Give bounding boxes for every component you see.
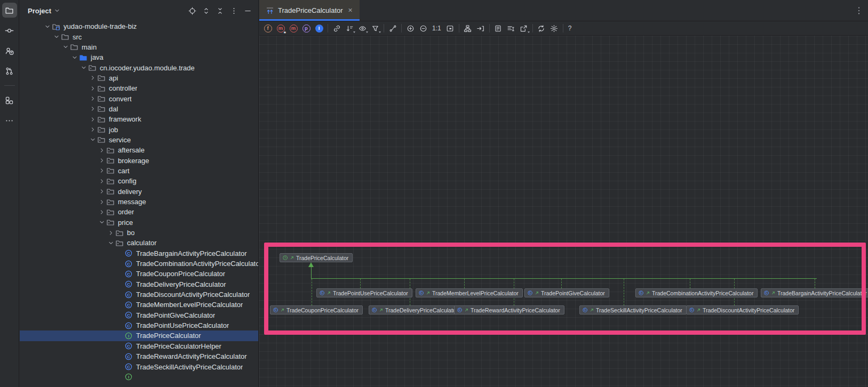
tree-item-tradecombinationactivitypricecalculator[interactable]: CTradeCombinationActivityPriceCalculator [20, 259, 259, 269]
zoom-out-button[interactable] [417, 22, 429, 34]
apply-layout-button[interactable] [461, 22, 474, 34]
tree-item-dal[interactable]: dal [20, 104, 259, 114]
copy-diagram-button[interactable] [492, 22, 505, 34]
chevron-down-icon[interactable] [79, 64, 88, 71]
sidebar-tool-more[interactable] [2, 113, 17, 128]
tree-item-cart[interactable]: cart [20, 166, 259, 176]
tab-trade-price-calculator[interactable]: TradePriceCalculator × [259, 0, 360, 21]
sidebar-tool-structure[interactable] [2, 93, 17, 108]
chevron-down-icon[interactable] [70, 54, 79, 61]
chevron-down-icon[interactable] [107, 239, 115, 247]
visibility-level-button[interactable] [356, 22, 369, 34]
tree-item-calculator[interactable]: calculator [20, 238, 259, 248]
diagram-node-tradepointusepricecalculator[interactable]: CTradePointUsePriceCalculator [316, 288, 412, 297]
chevron-right-icon[interactable] [98, 188, 106, 195]
edge-mode-button[interactable] [386, 22, 399, 34]
tree-item-service[interactable]: service [20, 135, 259, 145]
show-inner-classes-button[interactable]: I [313, 22, 325, 34]
expand-all-button[interactable] [200, 4, 212, 17]
tree-item-src[interactable]: src [20, 31, 259, 42]
tree-item-main[interactable]: main [20, 42, 259, 52]
tree-item-traderewardactivitypricecalculator[interactable]: CTradeRewardActivityPriceCalculator [20, 351, 259, 361]
diagram-node-tradedeliverypricecalculator[interactable]: CTradeDeliveryPriceCalculator [369, 305, 462, 315]
filter-button[interactable] [369, 22, 381, 34]
tree-item-java[interactable]: java [20, 52, 259, 62]
panel-title[interactable]: Project [28, 7, 51, 15]
fit-content-button[interactable] [444, 22, 457, 34]
show-constructors-button[interactable]: m★ [274, 22, 287, 34]
tree-item-config[interactable]: config [20, 176, 259, 186]
tree-item-tradediscountactivitypricecalculator[interactable]: CTradeDiscountActivityPriceCalculator [20, 289, 259, 300]
tree-item-order[interactable]: order [20, 207, 259, 217]
tree-item-tradedeliverypricecalculator[interactable]: CTradeDeliveryPriceCalculator [20, 279, 259, 289]
hide-panel-button[interactable] [241, 4, 254, 17]
panel-options-button[interactable] [227, 4, 240, 17]
chevron-right-icon[interactable] [98, 208, 106, 216]
tree-item-api[interactable]: api [20, 73, 259, 83]
tree-item-cn-iocoder-yudao-module-trade[interactable]: cn.iocoder.yudao.module.trade [20, 62, 259, 72]
chevron-down-icon[interactable] [89, 136, 97, 143]
chevron-right-icon[interactable] [98, 157, 106, 164]
help-button[interactable]: ? [566, 22, 575, 34]
diagram-node-tradediscountactivitypricecalculator[interactable]: CTradeDiscountActivityPriceCalculator [686, 305, 799, 315]
chevron-down-icon[interactable] [52, 33, 61, 41]
diagram-node-tradepointgivecalculator[interactable]: CTradePointGiveCalculator [524, 288, 609, 297]
sort-nodes-button[interactable] [343, 22, 356, 34]
chevron-right-icon[interactable] [89, 74, 97, 82]
export-diagram-button[interactable] [517, 22, 530, 34]
diagram-node-tradeseckillactivitypricecalculator[interactable]: CTradeSeckillActivityPriceCalculator [579, 305, 687, 315]
scroll-to-node-button[interactable] [474, 22, 487, 34]
sidebar-tool-commit[interactable] [2, 23, 17, 38]
diagram-canvas[interactable]: ITradePriceCalculatorCTradePointUsePrice… [259, 36, 868, 387]
collapse-all-button[interactable] [213, 4, 226, 17]
editor-options-kebab-icon[interactable] [854, 6, 864, 15]
zoom-in-button[interactable] [404, 22, 417, 34]
sidebar-tool-pull-requests[interactable] [2, 63, 17, 78]
sidebar-tool-collaboration[interactable] [2, 43, 17, 58]
edge-labels-button[interactable] [505, 22, 517, 34]
tree-item-delivery[interactable]: delivery [20, 187, 259, 197]
chevron-right-icon[interactable] [89, 95, 97, 102]
tree-item-partial-item[interactable]: I [20, 372, 259, 382]
show-properties-button[interactable]: p [300, 22, 313, 34]
chevron-right-icon[interactable] [89, 126, 97, 133]
tree-item-yudao-module-trade-biz[interactable]: yudao-module-trade-biz [20, 21, 259, 31]
diagram-node-tradecombinationactivitypricecalculator[interactable]: CTradeCombinationActivityPriceCalculator [635, 288, 758, 297]
tree-item-convert[interactable]: convert [20, 93, 259, 103]
tree-item-tradepointusepricecalculator[interactable]: CTradePointUsePriceCalculator [20, 320, 259, 330]
tree-item-message[interactable]: message [20, 197, 259, 207]
diagram-node-traderewardactivitypricecalculator[interactable]: CTradeRewardActivityPriceCalculator [454, 305, 564, 315]
tree-item-tradecouponpricecalculator[interactable]: CTradeCouponPriceCalculator [20, 269, 259, 279]
show-methods-button[interactable]: m [287, 22, 300, 34]
refresh-data-model-button[interactable] [535, 22, 548, 34]
tree-item-price[interactable]: price [20, 217, 259, 228]
sidebar-tool-project[interactable] [2, 3, 17, 18]
tree-item-tradepointgivecalculator[interactable]: CTradePointGiveCalculator [20, 310, 259, 320]
chevron-right-icon[interactable] [89, 116, 97, 123]
chevron-right-icon[interactable] [107, 229, 115, 237]
diagram-node-tradebargainactivitypricecalculator[interactable]: CTradeBargainActivityPriceCalculator [761, 288, 868, 297]
show-dependencies-button[interactable] [330, 22, 343, 34]
diagram-node-tradecouponpricecalculator[interactable]: CTradeCouponPriceCalculator [270, 305, 363, 315]
tree-item-tradepricecalculatorhelper[interactable]: CTradePriceCalculatorHelper [20, 341, 259, 351]
chevron-down-icon[interactable] [53, 7, 61, 14]
chevron-right-icon[interactable] [98, 198, 106, 206]
chevron-down-icon[interactable] [98, 219, 106, 226]
chevron-right-icon[interactable] [98, 178, 106, 185]
chevron-right-icon[interactable] [98, 147, 106, 154]
settings-button[interactable] [548, 22, 561, 34]
show-fields-button[interactable]: f [261, 22, 274, 34]
tree-item-tradebargainactivitypricecalculator[interactable]: CTradeBargainActivityPriceCalculator [20, 248, 259, 259]
tree-item-aftersale[interactable]: aftersale [20, 145, 259, 155]
chevron-right-icon[interactable] [89, 85, 97, 92]
tree-item-controller[interactable]: controller [20, 83, 259, 93]
close-tab-icon[interactable]: × [347, 7, 354, 14]
tree-item-framework[interactable]: framework [20, 114, 259, 124]
diagram-node-tradememberlevelpricecalculator[interactable]: CTradeMemberLevelPriceCalculator [416, 288, 523, 297]
chevron-down-icon[interactable] [61, 43, 70, 51]
diagram-node-tradepricecalculator[interactable]: ITradePriceCalculator [280, 253, 353, 262]
tree-item-brokerage[interactable]: brokerage [20, 155, 259, 165]
tree-item-tradepricecalculator[interactable]: ITradePriceCalculator [20, 330, 259, 341]
chevron-right-icon[interactable] [89, 105, 97, 112]
locate-file-button[interactable] [186, 4, 198, 17]
